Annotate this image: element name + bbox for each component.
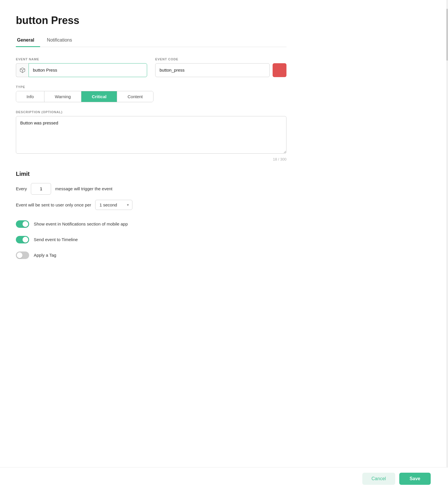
event-code-group: EVENT CODE — [155, 57, 286, 77]
toggle-notifications-row: Show event in Notifications section of m… — [16, 220, 286, 228]
limit-title: Limit — [16, 171, 286, 177]
svg-line-2 — [23, 69, 25, 70]
interval-select-wrap: 1 second 5 seconds 10 seconds 30 seconds… — [95, 200, 132, 210]
toggle-timeline-label: Send event to Timeline — [34, 237, 78, 242]
toggle-apply-tag[interactable] — [16, 251, 29, 259]
svg-line-0 — [20, 69, 22, 70]
type-btn-info[interactable]: Info — [16, 91, 44, 102]
interval-select[interactable]: 1 second 5 seconds 10 seconds 30 seconds… — [95, 200, 132, 210]
event-fields-row: EVENT NAME EVENT CODE — [16, 57, 286, 77]
toggle-tag-label: Apply a Tag — [34, 253, 56, 258]
type-btn-critical[interactable]: Critical — [81, 91, 117, 102]
tab-general[interactable]: General — [16, 35, 40, 47]
toggle-tag-row: Apply a Tag — [16, 251, 286, 259]
once-per-label: Event will be sent to user only once per — [16, 202, 91, 207]
message-trigger-label: message will trigger the event — [55, 186, 112, 191]
event-code-label: EVENT CODE — [155, 57, 286, 61]
description-label: DESCRIPTION (OPTIONAL) — [16, 110, 286, 114]
page-title: button Press — [16, 14, 286, 27]
char-count: 18 / 300 — [16, 157, 286, 161]
toggle-timeline-row: Send event to Timeline — [16, 236, 286, 243]
toggle-notifications-label: Show event in Notifications section of m… — [34, 221, 128, 226]
event-name-input[interactable] — [29, 63, 147, 77]
type-button-group: Info Warning Critical Content — [16, 91, 153, 102]
color-swatch-button[interactable] — [273, 63, 286, 77]
type-btn-warning[interactable]: Warning — [44, 91, 81, 102]
limit-section: Limit Every message will trigger the eve… — [16, 171, 286, 210]
toggle-knob — [23, 221, 28, 227]
type-label: TYPE — [16, 85, 286, 89]
limit-interval-row: Event will be sent to user only once per… — [16, 200, 286, 210]
event-name-input-wrap — [16, 63, 147, 77]
toggle-send-timeline[interactable] — [16, 236, 29, 243]
type-btn-content[interactable]: Content — [117, 91, 153, 102]
limit-trigger-row: Every message will trigger the event — [16, 183, 286, 195]
type-group: TYPE Info Warning Critical Content — [16, 85, 286, 102]
event-name-label: EVENT NAME — [16, 57, 147, 61]
toggle-show-notifications[interactable] — [16, 220, 29, 228]
every-input[interactable] — [31, 183, 51, 195]
tab-bar: General Notifications — [16, 35, 286, 47]
description-textarea[interactable]: Button was pressed — [16, 116, 286, 154]
event-name-group: EVENT NAME — [16, 57, 147, 77]
event-code-input[interactable] — [155, 63, 270, 77]
toggle-knob — [17, 252, 23, 258]
tab-notifications[interactable]: Notifications — [46, 35, 78, 47]
cube-icon — [16, 63, 29, 77]
description-group: DESCRIPTION (OPTIONAL) Button was presse… — [16, 110, 286, 155]
every-label: Every — [16, 186, 27, 191]
toggle-knob — [23, 237, 28, 243]
